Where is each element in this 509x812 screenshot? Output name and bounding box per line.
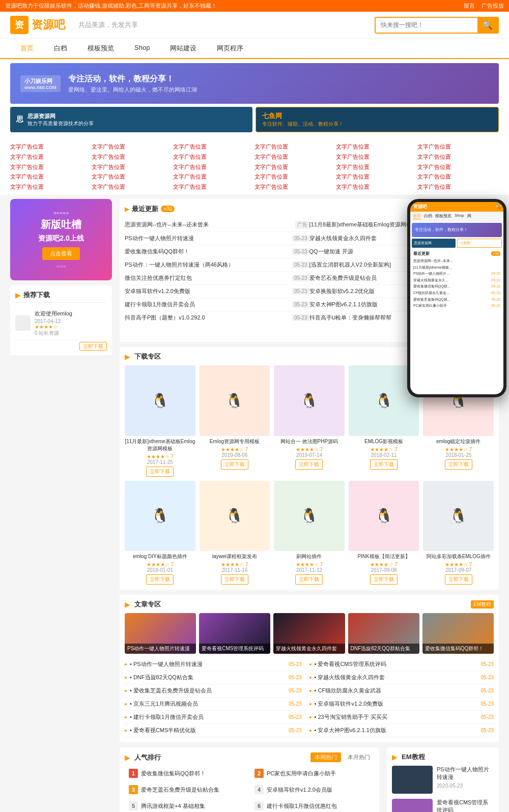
download-btn[interactable]: 立即下载 bbox=[370, 574, 398, 585]
download-name[interactable]: Emlog资源网专用模板 bbox=[200, 438, 270, 445]
download-name[interactable]: EMLOG影视模板 bbox=[349, 438, 419, 445]
ad-link[interactable]: 文字广告位置 bbox=[254, 142, 336, 152]
em-tutorial-name[interactable]: 爱奇看视CMS管理系统评码 bbox=[437, 799, 494, 812]
ad-link[interactable]: 文字广告位置 bbox=[10, 182, 92, 192]
nav-item-shop[interactable]: Shop bbox=[124, 39, 160, 58]
ad-link[interactable]: 文字广告位置 bbox=[254, 172, 336, 182]
download-name[interactable]: 阿站多彩加载条EMLOG插件 bbox=[423, 553, 494, 560]
article-name[interactable]: • 爱收集芝盖石免费升级是钻会员 bbox=[130, 687, 286, 694]
article-banner-item[interactable]: 爱奇看视CMS管理系统评码 bbox=[199, 613, 270, 654]
article-date: 05-23 bbox=[480, 688, 494, 693]
ad-link[interactable]: 文字广告位置 bbox=[173, 172, 254, 182]
popular-name[interactable]: 爱奇芝盖石免费升级是钻粘合集 bbox=[141, 786, 219, 794]
ad-link[interactable]: 文字广告位置 bbox=[92, 182, 173, 192]
banner-qiyu[interactable]: 七鱼网 专注软件、辅助、活动、教程分享！ bbox=[256, 107, 499, 132]
article-banner-item[interactable]: 爱收集微信集码QQ群邻！ bbox=[422, 613, 494, 654]
popular-icon: ▶ bbox=[125, 753, 130, 762]
article-name[interactable]: • 穿越火线领黄金永久四件套 bbox=[315, 674, 478, 681]
banner-siyuan[interactable]: 思 思源资源网 致力于高质量资源技术的分享 bbox=[10, 107, 252, 132]
download-btn[interactable]: 立即下载 bbox=[370, 459, 398, 470]
tab-week[interactable]: 本周热门 bbox=[310, 752, 341, 762]
popular-name[interactable]: 安卓猫耳软件v1.2.0会员版 bbox=[267, 786, 332, 794]
article-banner-item[interactable]: 穿越火线领黄金永久四件套 bbox=[273, 613, 345, 654]
rec-download-btn[interactable]: 立即下载 bbox=[79, 342, 107, 351]
ad-link[interactable]: 文字广告位置 bbox=[10, 152, 92, 162]
ad-link[interactable]: 文字广告位置 bbox=[336, 142, 417, 152]
ad-link[interactable]: 文字广告位置 bbox=[254, 152, 336, 162]
nav-item-archive[interactable]: 白档 bbox=[44, 39, 77, 58]
article-name[interactable]: • CF猫欣防腐永久黄金武器 bbox=[315, 687, 478, 694]
promo-version: 资源吧2.0上线 bbox=[38, 234, 83, 243]
ad-link[interactable]: 文字广告位置 bbox=[173, 162, 254, 172]
ad-link[interactable]: 文字广告位置 bbox=[92, 152, 173, 162]
download-name[interactable]: emlog DIY标题颜色插件 bbox=[125, 553, 195, 560]
article-name[interactable]: • 爱奇看视CMS半精优化版 bbox=[130, 727, 286, 734]
ad-link[interactable]: 文字广告位置 bbox=[173, 182, 254, 192]
article-banner-item[interactable]: PS动作一键人物照片转速漫 bbox=[125, 613, 196, 654]
promo-button[interactable]: 点击查看 bbox=[42, 247, 80, 260]
ad-link[interactable]: 文字广告位置 bbox=[336, 182, 417, 192]
search-button[interactable]: 🔍 bbox=[477, 18, 498, 33]
search-input[interactable] bbox=[376, 19, 477, 31]
download-stars: ★★★★☆ 7 bbox=[200, 447, 270, 452]
ad-link[interactable]: 文字广告位置 bbox=[417, 152, 499, 162]
ad-link[interactable]: 文字广告位置 bbox=[92, 142, 173, 152]
download-name[interactable]: 刷网站插件 bbox=[274, 553, 345, 560]
article-banner-overlay: 爱收集微信集码QQ群邻！ bbox=[422, 644, 494, 654]
popular-name[interactable]: 爱收集微信集码QQ群邻！ bbox=[141, 770, 206, 777]
article-name[interactable]: • 安卓猫耳软件v1.2.0免费版 bbox=[315, 700, 478, 708]
article-name[interactable]: • 23号淘宝销售助手于 买买买 bbox=[315, 713, 478, 721]
popular-name[interactable]: 腾讯游戏框架+4 基础相集 bbox=[141, 802, 205, 810]
ad-link[interactable]: 文字广告位置 bbox=[336, 152, 417, 162]
promo-box: »»»»» 新版吐槽 资源吧2.0上线 点击查看 ‹‹‹‹‹ bbox=[10, 199, 112, 280]
article-name[interactable]: • 安卓大神P图v6.2.1.1仿旗版 bbox=[315, 727, 478, 734]
popular-name[interactable]: PC家也实用申请白廉小助手 bbox=[267, 770, 336, 777]
top-link-liuyan[interactable]: 留言 bbox=[464, 3, 475, 9]
download-name[interactable]: PINK模板【简洁更新】 bbox=[349, 553, 419, 560]
article-name[interactable]: • 京东三元1月腾讯视频会员 bbox=[130, 700, 286, 708]
top-link-ad[interactable]: 广告投放 bbox=[482, 3, 504, 9]
download-btn[interactable]: 立即下载 bbox=[445, 459, 472, 470]
banner-main-1[interactable]: 小刀娱乐网 www.X60.COM 专注活动，软件，教程分享！ 爱网络、爱这里。… bbox=[10, 63, 499, 104]
ad-link[interactable]: 文字广告位置 bbox=[10, 172, 92, 182]
ad-link[interactable]: 文字广告位置 bbox=[92, 172, 173, 182]
ad-link[interactable]: 文字广告位置 bbox=[336, 172, 417, 182]
ad-link[interactable]: 文字广告位置 bbox=[173, 142, 254, 152]
nav-item-webbuilding[interactable]: 网站建设 bbox=[160, 39, 207, 58]
download-name[interactable]: [11月最新]xtheme基础板Emlog资源网模板 bbox=[125, 438, 195, 452]
ad-link[interactable]: 文字广告位置 bbox=[417, 142, 499, 152]
ad-link[interactable]: 文字广告位置 bbox=[10, 142, 92, 152]
rec-meta: 2017-04-13 bbox=[35, 318, 107, 324]
download-btn[interactable]: 立即下载 bbox=[445, 574, 472, 585]
nav-item-home[interactable]: 首页 bbox=[10, 39, 44, 59]
article-name[interactable]: • 爱奇看视CMS管理系统评码 bbox=[315, 660, 478, 668]
ad-link[interactable]: 文字广告位置 bbox=[254, 182, 336, 192]
em-tutorial-name[interactable]: PS动作一键人物照片转速漫 bbox=[437, 766, 494, 781]
ad-link[interactable]: 文字广告位置 bbox=[336, 162, 417, 172]
article-name[interactable]: • 建行卡领取1月微信开卖会员 bbox=[130, 713, 286, 721]
ad-link[interactable]: 文字广告位置 bbox=[10, 162, 92, 172]
ad-link[interactable]: 文字广告位置 bbox=[92, 162, 173, 172]
article-name[interactable]: • PS动作一键人物照片转速漫 bbox=[130, 660, 286, 668]
tab-month[interactable]: 本月热门 bbox=[344, 752, 374, 762]
download-btn[interactable]: 立即下载 bbox=[146, 574, 174, 585]
article-banner-item[interactable]: DNF迅旋82天QQ群粘合集 bbox=[348, 613, 419, 654]
download-btn[interactable]: 立即下载 bbox=[295, 459, 323, 470]
download-name[interactable]: 网站合一 效法图PHP源码 bbox=[274, 438, 345, 445]
download-btn[interactable]: 立即下载 bbox=[221, 574, 248, 585]
popular-name[interactable]: 建行卡领取1月微信优惠红包 bbox=[267, 802, 337, 810]
download-name[interactable]: laywei课程框架发布 bbox=[200, 553, 270, 560]
download-btn[interactable]: 立即下载 bbox=[146, 467, 174, 477]
article-list-item: • 建行卡领取1月微信开卖会员 05-23 bbox=[125, 711, 309, 724]
article-name[interactable]: • DNF迅旋82天QQ粘合集 bbox=[130, 674, 286, 681]
nav-item-templates[interactable]: 模板预览 bbox=[77, 39, 124, 58]
ad-link[interactable]: 文字广告位置 bbox=[173, 152, 254, 162]
ad-link[interactable]: 文字广告位置 bbox=[417, 182, 499, 192]
nav-item-webprog[interactable]: 网页程序 bbox=[207, 39, 253, 58]
download-name[interactable]: emlog稳定垃圾插件 bbox=[423, 438, 494, 445]
ad-link[interactable]: 文字广告位置 bbox=[417, 172, 499, 182]
ad-link[interactable]: 文字广告位置 bbox=[254, 162, 336, 172]
ad-link[interactable]: 文字广告位置 bbox=[417, 162, 499, 172]
download-btn[interactable]: 立即下载 bbox=[221, 459, 248, 470]
download-btn[interactable]: 立即下载 bbox=[295, 574, 323, 585]
